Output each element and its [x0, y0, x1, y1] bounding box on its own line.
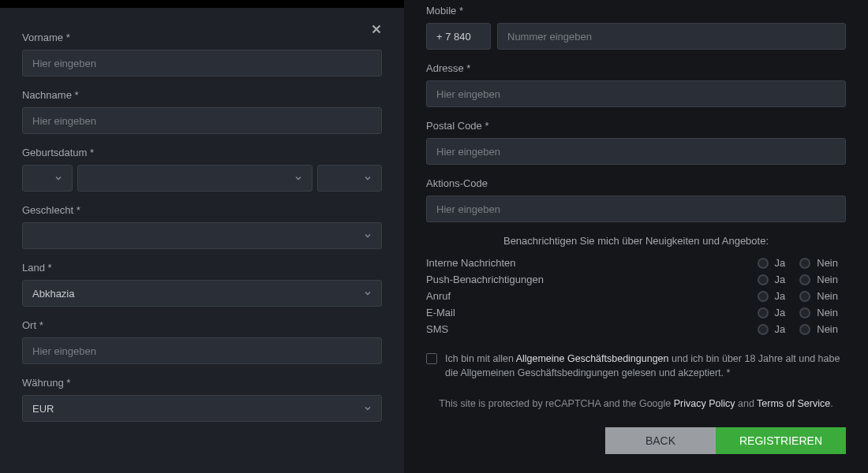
notif-label: Push-Benachrichtigungen — [426, 274, 758, 285]
terms-of-service-link[interactable]: Terms of Service — [757, 398, 830, 409]
notif-row-email: E-Mail Ja Nein — [426, 304, 846, 321]
radio-ja[interactable] — [758, 291, 769, 302]
register-button[interactable]: REGISTRIEREN — [716, 427, 846, 454]
postal-input[interactable] — [426, 138, 846, 165]
registration-step-1-panel: Vorname * Nachname * Geburtsdatum * Gesc… — [0, 8, 404, 473]
adresse-label: Adresse * — [426, 62, 846, 74]
ort-input[interactable] — [22, 337, 382, 364]
step-dots — [426, 470, 846, 473]
notif-label: E-Mail — [426, 307, 758, 318]
radio-ja[interactable] — [758, 258, 769, 269]
radio-ja[interactable] — [758, 324, 769, 335]
nachname-input[interactable] — [22, 107, 382, 134]
aktion-input[interactable] — [426, 196, 846, 222]
radio-nein[interactable] — [799, 291, 810, 302]
geburtsdatum-label: Geburtsdatum * — [22, 147, 382, 158]
radio-nein[interactable] — [799, 274, 810, 285]
waehrung-label: Währung * — [22, 377, 382, 389]
terms-text-pre: Ich bin mit allen — [445, 353, 516, 364]
radio-nein[interactable] — [799, 307, 810, 318]
geschlecht-select[interactable] — [22, 222, 382, 249]
postal-label: Postal Code * — [426, 120, 846, 132]
back-button[interactable]: BACK — [605, 427, 716, 454]
close-icon[interactable] — [369, 22, 387, 39]
land-select[interactable]: Abkhazia — [22, 280, 382, 307]
vorname-label: Vorname * — [22, 32, 382, 43]
registration-step-2-panel: Mobile * Adresse * Postal Code * Aktions… — [404, 0, 868, 473]
waehrung-select[interactable]: EUR — [22, 395, 382, 422]
radio-ja[interactable] — [758, 274, 769, 285]
dob-day-select[interactable] — [22, 165, 73, 192]
recaptcha-notice: This site is protected by reCAPTCHA and … — [426, 397, 846, 412]
mobile-number-input[interactable] — [497, 23, 846, 50]
vorname-input[interactable] — [22, 50, 382, 76]
terms-link[interactable]: Allgemeine Geschäftsbedingungen — [516, 353, 669, 364]
terms-row: Ich bin mit allen Allgemeine Geschäftsbe… — [426, 352, 846, 380]
land-label: Land * — [22, 262, 382, 274]
aktion-label: Aktions-Code — [426, 177, 846, 189]
notif-row-push: Push-Benachrichtigungen Ja Nein — [426, 271, 846, 288]
adresse-input[interactable] — [426, 80, 846, 107]
geschlecht-label: Geschlecht * — [22, 204, 382, 216]
nachname-label: Nachname * — [22, 89, 382, 101]
notif-row-anruf: Anruf Ja Nein — [426, 288, 846, 304]
notif-label: SMS — [426, 323, 758, 335]
ort-label: Ort * — [22, 319, 382, 331]
notif-row-sms: SMS Ja Nein — [426, 321, 846, 337]
mobile-label: Mobile * — [426, 5, 846, 17]
terms-checkbox[interactable] — [426, 353, 437, 364]
notif-row-interne: Interne Nachrichten Ja Nein — [426, 255, 846, 271]
mobile-prefix-input[interactable] — [426, 23, 491, 50]
radio-nein[interactable] — [799, 324, 810, 335]
notif-label: Interne Nachrichten — [426, 257, 758, 269]
radio-nein[interactable] — [799, 258, 810, 269]
dob-month-select[interactable] — [77, 165, 312, 192]
privacy-policy-link[interactable]: Privacy Policy — [674, 398, 735, 409]
notification-heading: Benachrichtigen Sie mich über Neuigkeite… — [426, 235, 846, 247]
notif-label: Anruf — [426, 290, 758, 302]
dob-year-select[interactable] — [317, 165, 382, 192]
radio-ja[interactable] — [758, 307, 769, 318]
